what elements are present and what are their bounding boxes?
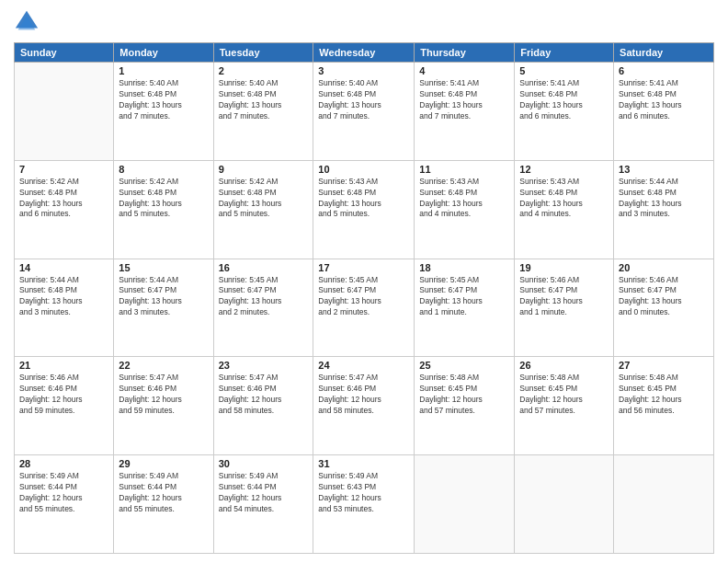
logo xyxy=(14,9,41,35)
weekday-header-thursday: Thursday xyxy=(415,43,515,63)
day-number: 12 xyxy=(519,164,609,175)
calendar-cell: 8Sunrise: 5:42 AM Sunset: 6:48 PM Daylig… xyxy=(114,160,213,259)
calendar-cell: 2Sunrise: 5:40 AM Sunset: 6:48 PM Daylig… xyxy=(213,63,313,161)
day-info: Sunrise: 5:48 AM Sunset: 6:45 PM Dayligh… xyxy=(619,373,709,417)
day-info: Sunrise: 5:49 AM Sunset: 6:43 PM Dayligh… xyxy=(318,471,409,515)
day-number: 17 xyxy=(318,262,409,273)
day-number: 5 xyxy=(519,65,609,76)
calendar-cell xyxy=(515,455,614,554)
day-info: Sunrise: 5:47 AM Sunset: 6:46 PM Dayligh… xyxy=(119,373,208,417)
day-number: 29 xyxy=(119,458,208,469)
day-number: 28 xyxy=(19,458,108,469)
day-number: 27 xyxy=(619,360,709,371)
calendar-cell: 16Sunrise: 5:45 AM Sunset: 6:47 PM Dayli… xyxy=(213,259,313,357)
calendar-cell: 12Sunrise: 5:43 AM Sunset: 6:48 PM Dayli… xyxy=(515,160,614,259)
calendar-cell: 24Sunrise: 5:47 AM Sunset: 6:46 PM Dayli… xyxy=(313,357,415,455)
calendar-cell: 20Sunrise: 5:46 AM Sunset: 6:47 PM Dayli… xyxy=(614,259,714,357)
calendar-cell: 9Sunrise: 5:42 AM Sunset: 6:48 PM Daylig… xyxy=(213,160,313,259)
day-info: Sunrise: 5:40 AM Sunset: 6:48 PM Dayligh… xyxy=(318,78,409,122)
calendar-cell: 14Sunrise: 5:44 AM Sunset: 6:48 PM Dayli… xyxy=(15,259,114,357)
day-number: 20 xyxy=(619,262,709,273)
day-number: 2 xyxy=(219,65,309,76)
weekday-header-tuesday: Tuesday xyxy=(213,43,313,63)
day-info: Sunrise: 5:40 AM Sunset: 6:48 PM Dayligh… xyxy=(219,78,309,122)
calendar-cell: 10Sunrise: 5:43 AM Sunset: 6:48 PM Dayli… xyxy=(313,160,415,259)
calendar-cell: 7Sunrise: 5:42 AM Sunset: 6:48 PM Daylig… xyxy=(15,160,114,259)
calendar-week-row: 7Sunrise: 5:42 AM Sunset: 6:48 PM Daylig… xyxy=(15,160,714,259)
calendar-week-row: 21Sunrise: 5:46 AM Sunset: 6:46 PM Dayli… xyxy=(15,357,714,455)
calendar-cell: 17Sunrise: 5:45 AM Sunset: 6:47 PM Dayli… xyxy=(313,259,415,357)
day-info: Sunrise: 5:41 AM Sunset: 6:48 PM Dayligh… xyxy=(419,78,509,122)
page: SundayMondayTuesdayWednesdayThursdayFrid… xyxy=(0,0,728,563)
day-info: Sunrise: 5:42 AM Sunset: 6:48 PM Dayligh… xyxy=(19,177,108,221)
calendar-cell: 15Sunrise: 5:44 AM Sunset: 6:47 PM Dayli… xyxy=(114,259,213,357)
day-number: 23 xyxy=(219,360,309,371)
day-info: Sunrise: 5:42 AM Sunset: 6:48 PM Dayligh… xyxy=(119,177,208,221)
calendar-cell: 22Sunrise: 5:47 AM Sunset: 6:46 PM Dayli… xyxy=(114,357,213,455)
day-number: 6 xyxy=(619,65,709,76)
calendar-cell: 26Sunrise: 5:48 AM Sunset: 6:45 PM Dayli… xyxy=(515,357,614,455)
weekday-header-saturday: Saturday xyxy=(614,43,714,63)
day-number: 26 xyxy=(519,360,609,371)
calendar-cell: 31Sunrise: 5:49 AM Sunset: 6:43 PM Dayli… xyxy=(313,455,415,554)
calendar-cell: 13Sunrise: 5:44 AM Sunset: 6:48 PM Dayli… xyxy=(614,160,714,259)
day-info: Sunrise: 5:42 AM Sunset: 6:48 PM Dayligh… xyxy=(219,177,309,221)
calendar-cell: 28Sunrise: 5:49 AM Sunset: 6:44 PM Dayli… xyxy=(15,455,114,554)
weekday-header-row: SundayMondayTuesdayWednesdayThursdayFrid… xyxy=(15,43,714,63)
day-info: Sunrise: 5:46 AM Sunset: 6:47 PM Dayligh… xyxy=(519,275,609,319)
day-info: Sunrise: 5:45 AM Sunset: 6:47 PM Dayligh… xyxy=(419,275,509,319)
day-info: Sunrise: 5:44 AM Sunset: 6:48 PM Dayligh… xyxy=(619,177,709,221)
weekday-header-monday: Monday xyxy=(114,43,213,63)
calendar-week-row: 14Sunrise: 5:44 AM Sunset: 6:48 PM Dayli… xyxy=(15,259,714,357)
calendar-cell xyxy=(415,455,515,554)
calendar-cell: 29Sunrise: 5:49 AM Sunset: 6:44 PM Dayli… xyxy=(114,455,213,554)
calendar-cell: 5Sunrise: 5:41 AM Sunset: 6:48 PM Daylig… xyxy=(515,63,614,161)
calendar-cell: 23Sunrise: 5:47 AM Sunset: 6:46 PM Dayli… xyxy=(213,357,313,455)
calendar-cell: 1Sunrise: 5:40 AM Sunset: 6:48 PM Daylig… xyxy=(114,63,213,161)
calendar-cell: 19Sunrise: 5:46 AM Sunset: 6:47 PM Dayli… xyxy=(515,259,614,357)
day-info: Sunrise: 5:49 AM Sunset: 6:44 PM Dayligh… xyxy=(219,471,309,515)
day-number: 8 xyxy=(119,164,208,175)
day-info: Sunrise: 5:44 AM Sunset: 6:47 PM Dayligh… xyxy=(119,275,208,319)
day-number: 4 xyxy=(419,65,509,76)
day-number: 14 xyxy=(19,262,108,273)
calendar-cell: 21Sunrise: 5:46 AM Sunset: 6:46 PM Dayli… xyxy=(15,357,114,455)
calendar-cell: 6Sunrise: 5:41 AM Sunset: 6:48 PM Daylig… xyxy=(614,63,714,161)
day-info: Sunrise: 5:46 AM Sunset: 6:47 PM Dayligh… xyxy=(619,275,709,319)
day-number: 9 xyxy=(219,164,309,175)
day-info: Sunrise: 5:43 AM Sunset: 6:48 PM Dayligh… xyxy=(519,177,609,221)
day-info: Sunrise: 5:46 AM Sunset: 6:46 PM Dayligh… xyxy=(19,373,108,417)
day-info: Sunrise: 5:40 AM Sunset: 6:48 PM Dayligh… xyxy=(119,78,208,122)
day-info: Sunrise: 5:48 AM Sunset: 6:45 PM Dayligh… xyxy=(419,373,509,417)
day-number: 21 xyxy=(19,360,108,371)
weekday-header-sunday: Sunday xyxy=(15,43,114,63)
day-info: Sunrise: 5:44 AM Sunset: 6:48 PM Dayligh… xyxy=(19,275,108,319)
day-number: 3 xyxy=(318,65,409,76)
day-number: 15 xyxy=(119,262,208,273)
calendar-cell: 27Sunrise: 5:48 AM Sunset: 6:45 PM Dayli… xyxy=(614,357,714,455)
day-number: 7 xyxy=(19,164,108,175)
calendar-table: SundayMondayTuesdayWednesdayThursdayFrid… xyxy=(14,42,714,554)
calendar-cell: 11Sunrise: 5:43 AM Sunset: 6:48 PM Dayli… xyxy=(415,160,515,259)
calendar-cell: 4Sunrise: 5:41 AM Sunset: 6:48 PM Daylig… xyxy=(415,63,515,161)
day-info: Sunrise: 5:49 AM Sunset: 6:44 PM Dayligh… xyxy=(19,471,108,515)
calendar-week-row: 1Sunrise: 5:40 AM Sunset: 6:48 PM Daylig… xyxy=(15,63,714,161)
day-number: 31 xyxy=(318,458,409,469)
day-info: Sunrise: 5:43 AM Sunset: 6:48 PM Dayligh… xyxy=(318,177,409,221)
logo-icon xyxy=(14,9,40,35)
header xyxy=(14,9,714,35)
day-number: 19 xyxy=(519,262,609,273)
weekday-header-friday: Friday xyxy=(515,43,614,63)
weekday-header-wednesday: Wednesday xyxy=(313,43,415,63)
day-info: Sunrise: 5:41 AM Sunset: 6:48 PM Dayligh… xyxy=(519,78,609,122)
calendar-cell: 3Sunrise: 5:40 AM Sunset: 6:48 PM Daylig… xyxy=(313,63,415,161)
day-info: Sunrise: 5:47 AM Sunset: 6:46 PM Dayligh… xyxy=(219,373,309,417)
day-number: 25 xyxy=(419,360,509,371)
day-number: 18 xyxy=(419,262,509,273)
day-number: 30 xyxy=(219,458,309,469)
day-number: 13 xyxy=(619,164,709,175)
day-info: Sunrise: 5:41 AM Sunset: 6:48 PM Dayligh… xyxy=(619,78,709,122)
calendar-cell: 25Sunrise: 5:48 AM Sunset: 6:45 PM Dayli… xyxy=(415,357,515,455)
calendar-cell xyxy=(614,455,714,554)
day-info: Sunrise: 5:48 AM Sunset: 6:45 PM Dayligh… xyxy=(519,373,609,417)
